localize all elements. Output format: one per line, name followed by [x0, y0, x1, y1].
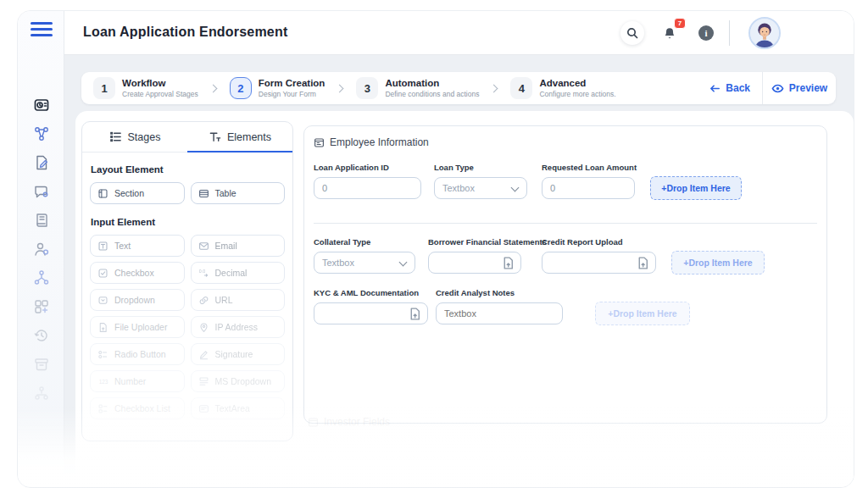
org-chart-icon[interactable]	[32, 384, 50, 402]
elements-icon	[209, 130, 221, 143]
file-upload-icon	[501, 256, 515, 270]
element-decimal[interactable]: 0.0 Decimal	[191, 262, 286, 284]
element-label: Email	[215, 241, 237, 251]
element-url[interactable]: URL	[191, 289, 286, 311]
user-roles-icon[interactable]	[32, 240, 50, 258]
step-title: Form Creation	[259, 78, 326, 89]
loan-application-id-input[interactable]	[314, 177, 421, 199]
back-label: Back	[726, 82, 750, 94]
chevron-right-icon	[209, 84, 217, 92]
signature-icon	[198, 349, 209, 360]
file-upload-icon	[636, 256, 650, 270]
drop-zone-3[interactable]: +Drop Item Here	[595, 302, 690, 325]
step-workflow[interactable]: 1 Workflow Create Approval Stages	[93, 77, 198, 99]
page-title: Loan Application Endorsement	[83, 25, 287, 40]
search-button[interactable]	[620, 21, 644, 45]
credit-report-upload[interactable]	[542, 252, 656, 274]
back-button[interactable]: Back	[709, 82, 750, 95]
element-label: Dropdown	[114, 295, 155, 305]
section-header-icon	[308, 417, 319, 428]
element-file-uploader[interactable]: File Uploader	[90, 316, 185, 338]
tab-elements[interactable]: Elements	[187, 122, 292, 152]
step-subtitle: Define conditions and actions	[385, 90, 479, 98]
app-window: Loan Application Endorsement 7 i	[17, 10, 854, 488]
element-email[interactable]: Email	[191, 235, 286, 257]
preview-button[interactable]: Preview	[763, 72, 836, 104]
element-text[interactable]: Text	[90, 235, 185, 257]
step-advanced[interactable]: 4 Advanced Configure more actions.	[510, 77, 615, 99]
integrations-icon[interactable]	[32, 297, 50, 315]
form-builder-icon[interactable]	[32, 153, 50, 171]
tab-label: Stages	[128, 131, 161, 143]
search-icon	[626, 26, 639, 40]
element-label: Checkbox	[114, 268, 154, 278]
collateral-type-select[interactable]: Textbox	[314, 252, 415, 274]
text-icon	[97, 241, 108, 252]
chevron-right-icon	[490, 84, 498, 92]
element-label: Table	[215, 188, 236, 198]
element-checkbox[interactable]: Checkbox	[90, 262, 185, 284]
eye-icon	[771, 82, 784, 95]
kyc-aml-documentation-upload[interactable]	[314, 302, 428, 324]
element-table[interactable]: Table	[191, 182, 286, 204]
drop-zone-2[interactable]: +Drop Item Here	[671, 251, 765, 274]
field-label: Borrower Financial Statements	[428, 237, 521, 247]
email-icon	[198, 241, 209, 252]
element-ms-dropdown[interactable]: MS Dropdown	[191, 370, 286, 392]
workflow-stepper: 1 Workflow Create Approval Stages 2 Form…	[81, 72, 836, 104]
loan-type-select[interactable]: Textbox	[434, 177, 527, 199]
input-element-heading: Input Element	[91, 217, 284, 227]
form-canvas: Employee Information Loan Application ID…	[303, 125, 827, 424]
table-icon	[198, 188, 209, 199]
borrower-financial-statements-upload[interactable]	[428, 252, 521, 274]
radio-button-icon	[97, 349, 108, 360]
ip-address-icon	[198, 322, 209, 333]
info-button[interactable]: i	[698, 25, 714, 41]
step-title: Workflow	[122, 78, 198, 89]
chevron-down-icon	[511, 184, 520, 192]
layout-element-heading: Layout Element	[91, 164, 284, 175]
section-icon	[97, 188, 108, 199]
records-book-icon[interactable]	[32, 211, 50, 229]
notifications-button[interactable]: 7	[658, 21, 682, 45]
element-label: Checkbox List	[114, 403, 170, 413]
workflow-nodes-icon[interactable]	[32, 269, 50, 286]
element-label: Section	[114, 188, 144, 198]
element-label: URL	[215, 295, 233, 305]
content-area: 1 Workflow Create Approval Stages 2 Form…	[64, 55, 854, 487]
drop-zone-1[interactable]: +Drop Item Here	[650, 176, 742, 200]
select-value: Textbox	[442, 183, 475, 193]
element-label: TextArea	[215, 403, 250, 413]
notification-badge: 7	[674, 18, 686, 29]
step-automation[interactable]: 3 Automation Define conditions and actio…	[356, 77, 479, 99]
element-radio-button[interactable]: Radio Button	[90, 343, 185, 365]
element-textarea[interactable]: TextArea	[191, 397, 286, 419]
stages-icon	[109, 130, 122, 143]
element-label: MS Dropdown	[215, 376, 272, 386]
checkbox-icon	[97, 268, 108, 279]
chat-settings-icon[interactable]	[32, 182, 50, 200]
hamburger-menu-icon[interactable]	[31, 19, 53, 38]
requested-loan-amount-input[interactable]	[542, 177, 635, 199]
faded-section-title: Investor Fields	[324, 416, 390, 428]
approval-flow-icon[interactable]	[32, 125, 50, 142]
credit-analyst-notes-input[interactable]	[436, 302, 563, 324]
element-dropdown[interactable]: Dropdown	[90, 289, 185, 311]
user-avatar[interactable]	[748, 17, 781, 49]
tab-stages[interactable]: Stages	[82, 122, 187, 152]
element-section[interactable]: Section	[90, 182, 185, 204]
element-signature[interactable]: Signature	[191, 343, 286, 365]
step-title: Automation	[385, 78, 479, 89]
element-checkbox-list[interactable]: Checkbox List	[90, 397, 185, 419]
element-label: Signature	[215, 349, 253, 359]
step-form-creation[interactable]: 2 Form Creation Design Your Form	[230, 77, 326, 99]
step-number: 2	[230, 77, 252, 99]
number-icon: 123	[97, 376, 108, 387]
element-ip-address[interactable]: IP Address	[191, 316, 286, 338]
time-tracking-icon[interactable]	[32, 96, 50, 114]
tab-label: Elements	[227, 131, 271, 143]
sidebar	[18, 11, 64, 487]
history-icon[interactable]	[32, 326, 50, 344]
archive-icon[interactable]	[32, 355, 50, 373]
element-number[interactable]: 123 Number	[90, 370, 185, 392]
